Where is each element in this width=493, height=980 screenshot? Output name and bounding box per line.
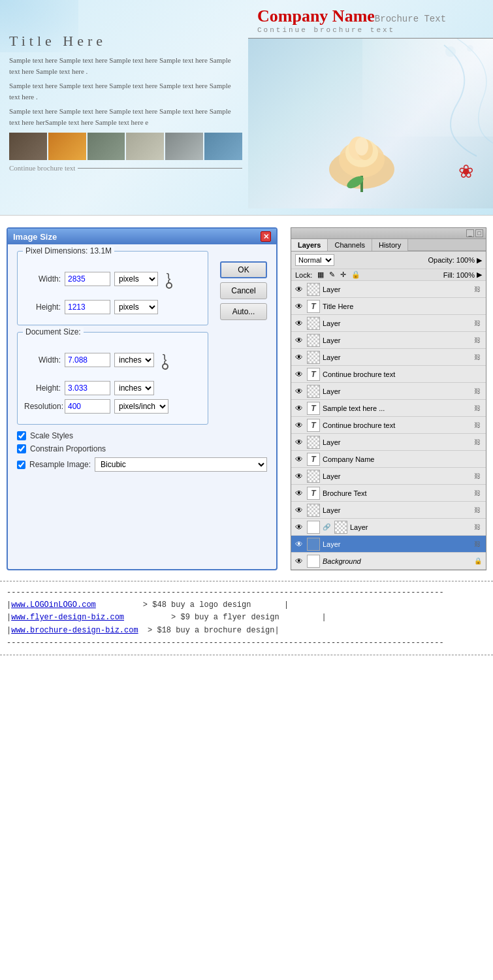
height-row: Height: pixels percent: [24, 300, 201, 314]
layer-row[interactable]: 👁 Layer ⛓: [291, 502, 486, 519]
eye-icon[interactable]: 👁: [294, 369, 304, 380]
dialog-close-button[interactable]: ✕: [261, 231, 271, 242]
eye-icon[interactable]: 👁: [294, 454, 304, 465]
image-size-dialog[interactable]: Image Size ✕ Pixel Dimensions: 13.1M Wid…: [7, 227, 278, 570]
lock-all-icon[interactable]: 🔒: [351, 270, 360, 279]
tab-history[interactable]: History: [372, 239, 408, 251]
layer-row[interactable]: 👁 Layer ⛓: [291, 383, 486, 400]
pixel-width-unit-select[interactable]: pixels percent: [114, 272, 158, 286]
auto-button[interactable]: Auto...: [220, 303, 267, 320]
fill-arrow[interactable]: ▶: [477, 270, 482, 279]
eye-icon[interactable]: 👁: [294, 488, 304, 498]
doc-width-input[interactable]: [65, 353, 110, 367]
layer-row[interactable]: 👁 Layer ⛓: [291, 281, 486, 298]
background-layer-row[interactable]: 👁 Background 🔒: [291, 553, 486, 570]
dialog-titlebar: Image Size ✕: [8, 229, 276, 244]
lock-row: Lock: ▦ ✎ ✛ 🔒 Fill: 100% ▶: [291, 269, 486, 281]
layer-row[interactable]: 👁 Layer ⛓: [291, 434, 486, 451]
eye-icon[interactable]: 👁: [294, 437, 304, 448]
layer-row[interactable]: 👁 T Sample text here ... ⛓: [291, 400, 486, 417]
cancel-button[interactable]: Cancel: [220, 282, 267, 299]
fill-control: Fill: 100% ▶: [443, 270, 482, 279]
dialog-title: Image Size: [13, 232, 57, 242]
layer-thumbnail: [307, 521, 320, 534]
doc-height-row: Height: inches cm mm pixels: [24, 381, 201, 395]
layer-row[interactable]: 👁 Layer ⛓: [291, 332, 486, 349]
layer-row[interactable]: 👁 Layer ⛓: [291, 468, 486, 485]
eye-icon[interactable]: 👁: [294, 284, 304, 295]
eye-icon[interactable]: 👁: [294, 505, 304, 515]
scale-styles-checkbox[interactable]: [17, 431, 26, 440]
brochure-link-text: > $18 buy a brochure design: [148, 626, 274, 635]
layer-row[interactable]: 👁 T Continue brochure text: [291, 366, 486, 383]
resolution-unit-select[interactable]: pixels/inch pixels/cm: [114, 399, 168, 414]
pixel-height-input[interactable]: [65, 300, 110, 314]
layer-row[interactable]: 👁 🔗 Layer ⛓: [291, 519, 486, 536]
link-icon: ⛓: [474, 489, 483, 497]
constrain-proportions-checkbox[interactable]: [17, 444, 26, 453]
pixel-dimensions-label: Pixel Dimensions: 13.1M: [23, 246, 114, 255]
layer-thumbnail: [307, 334, 320, 347]
doc-height-label: Height:: [24, 384, 61, 393]
link-icon: ⛓: [474, 319, 483, 327]
layer-row-selected[interactable]: 👁 Layer ⛓: [291, 536, 486, 553]
layer-name: Title Here: [323, 302, 483, 310]
pixel-width-input[interactable]: [65, 272, 110, 286]
svg-point-8: [445, 46, 456, 57]
eye-icon[interactable]: 👁: [294, 539, 304, 549]
brochure-photo-2: [48, 133, 86, 160]
resolution-input[interactable]: [65, 399, 110, 414]
eye-icon[interactable]: 👁: [294, 352, 304, 363]
brochure-link[interactable]: www.brochure-design-biz.com: [11, 626, 138, 635]
link-icon: ⛓: [474, 421, 483, 429]
maximize-button[interactable]: □: [475, 229, 483, 237]
width-row: Width: pixels percent }: [24, 262, 201, 296]
brochure-header: Company NameBrochure Text Continue broch…: [248, 0, 493, 39]
eye-icon[interactable]: 👁: [294, 318, 304, 329]
resample-checkbox[interactable]: [17, 461, 25, 469]
layers-titlebar: _ □: [291, 228, 486, 239]
pixel-height-unit-select[interactable]: pixels percent: [114, 300, 158, 314]
eye-icon[interactable]: 👁: [294, 335, 304, 346]
blend-mode-select[interactable]: Normal Multiply Screen: [295, 254, 334, 266]
opacity-arrow[interactable]: ▶: [477, 256, 482, 265]
minimize-button[interactable]: _: [466, 229, 474, 237]
width-label: Width:: [24, 274, 61, 284]
eye-icon[interactable]: 👁: [294, 420, 304, 431]
doc-width-unit-select[interactable]: inches cm mm pixels: [114, 353, 154, 367]
eye-icon[interactable]: 👁: [294, 403, 304, 414]
flyer-link[interactable]: www.flyer-design-biz.com: [11, 613, 124, 622]
eye-icon[interactable]: 👁: [294, 301, 304, 312]
constrain-proportions-row: Constrain Proportions: [17, 444, 267, 453]
link-group-pixel: }: [165, 262, 172, 296]
tab-channels[interactable]: Channels: [328, 239, 372, 251]
tab-layers[interactable]: Layers: [291, 239, 328, 251]
link-icon: ⛓: [474, 387, 483, 395]
eye-icon[interactable]: 👁: [294, 471, 304, 482]
lock-transparency-icon[interactable]: ▦: [317, 270, 324, 279]
eye-icon[interactable]: 👁: [294, 386, 304, 397]
layer-row[interactable]: 👁 Layer ⛓: [291, 349, 486, 366]
lock-label: Lock:: [295, 271, 312, 279]
logo-link[interactable]: www.LOGOinLOGO.com: [11, 600, 96, 610]
eye-icon[interactable]: 👁: [294, 556, 304, 566]
layer-row[interactable]: 👁 T Continue brochure text ⛓: [291, 417, 486, 434]
doc-height-unit-select[interactable]: inches cm mm pixels: [114, 381, 154, 395]
layer-row[interactable]: 👁 T Company Name: [291, 451, 486, 468]
fill-label: Fill:: [443, 271, 454, 279]
height-label: Height:: [24, 302, 61, 312]
resample-select[interactable]: Bicubic Bilinear Nearest Neighbor: [95, 457, 267, 472]
ok-button[interactable]: OK: [220, 261, 267, 278]
lock-paint-icon[interactable]: ✎: [329, 270, 335, 279]
layers-controls: Normal Multiply Screen Opacity: 100% ▶: [291, 252, 486, 269]
layer-row[interactable]: 👁 T Title Here: [291, 298, 486, 315]
window-controls: _ □: [466, 229, 483, 237]
link-icon: 🔗: [323, 523, 332, 531]
layer-row[interactable]: 👁 T Brochure Text ⛓: [291, 485, 486, 502]
dialog-buttons: OK Cancel Auto...: [220, 261, 267, 320]
layer-row[interactable]: 👁 Layer ⛓: [291, 315, 486, 332]
lock-move-icon[interactable]: ✛: [340, 270, 346, 279]
eye-icon[interactable]: 👁: [294, 522, 304, 532]
doc-width-label: Width:: [24, 355, 61, 365]
doc-height-input[interactable]: [65, 381, 110, 395]
